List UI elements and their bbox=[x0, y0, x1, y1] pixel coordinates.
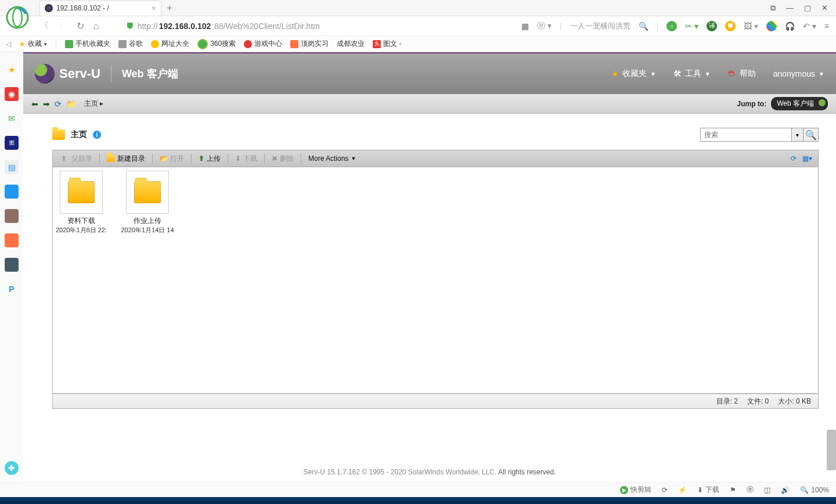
search-dropdown-icon[interactable]: ▾ bbox=[792, 128, 803, 142]
status-flag-icon[interactable]: ⚑ bbox=[730, 486, 736, 494]
bookmark-sites[interactable]: 网址大全 bbox=[151, 39, 189, 49]
maximize-button[interactable]: ▢ bbox=[804, 3, 811, 13]
sidebar-mail-icon[interactable]: ✉ bbox=[5, 111, 19, 125]
action-toolbar: ⬆父目录 新建目录 📂打开 ⬆上传 ⬇下载 ✖删除 More Actions▼ … bbox=[52, 150, 819, 167]
bookbar-toggle[interactable]: ◁ bbox=[6, 40, 11, 48]
action-newdir[interactable]: 新建目录 bbox=[105, 154, 147, 164]
new-tab-button[interactable]: + bbox=[161, 3, 178, 13]
header-divider bbox=[111, 65, 111, 82]
status-split-icon[interactable]: ◫ bbox=[764, 486, 770, 494]
sidebar-app2-icon[interactable] bbox=[5, 185, 19, 199]
menu-favorites[interactable]: ★收藏夹▼ bbox=[611, 69, 656, 79]
action-download[interactable]: ⬇下载 bbox=[233, 154, 260, 164]
content-area: 主页 i ▾ 🔍 ⬆父目录 新建目录 📂打开 ⬆上传 ⬇下载 ✖删除 More … bbox=[23, 114, 836, 409]
url-path: :88/Web%20Client/ListDir.htm bbox=[212, 21, 320, 31]
menu-icon[interactable]: ≡ bbox=[824, 21, 829, 31]
sidebar-doc-icon[interactable]: ▤ bbox=[5, 160, 19, 174]
ext-green-icon[interactable]: ○ bbox=[666, 21, 677, 31]
menu-tools[interactable]: 🛠工具▼ bbox=[673, 69, 711, 79]
tab-bar: 192.168.0.102 - / × + ⧉ — ▢ ✕ bbox=[0, 0, 836, 16]
search-input[interactable] bbox=[700, 128, 792, 142]
translate-icon[interactable]: 译 bbox=[707, 21, 717, 31]
sidebar-weibo-icon[interactable]: ◉ bbox=[5, 87, 19, 101]
picture-icon[interactable]: 🖼 ▾ bbox=[744, 21, 758, 31]
action-parent[interactable]: ⬆父目录 bbox=[59, 154, 95, 164]
info-icon[interactable]: i bbox=[93, 131, 101, 139]
menu-help[interactable]: ⛑帮助 bbox=[728, 69, 756, 79]
apps-grid-icon[interactable] bbox=[766, 21, 777, 31]
file-search: ▾ 🔍 bbox=[700, 128, 819, 142]
jump-to: Jump to: Web 客户端 bbox=[737, 97, 828, 110]
scissors-icon[interactable]: ✂ ▾ bbox=[685, 21, 698, 31]
back-button[interactable]: 〈 bbox=[39, 20, 49, 32]
sidebar-app5-icon[interactable] bbox=[5, 258, 19, 272]
view-mode-icon[interactable]: ▦▾ bbox=[802, 154, 812, 163]
svg-point-0 bbox=[7, 7, 28, 28]
url-field[interactable]: ⛊ http://192.168.0.102:88/Web%20Client/L… bbox=[126, 21, 320, 31]
refresh-list-icon[interactable]: ⟳ bbox=[791, 154, 797, 163]
search-hint[interactable]: 一人一宠横闯洪荒 bbox=[570, 21, 630, 31]
folder-item[interactable]: 资料下载 2020年1月8日 22: bbox=[54, 171, 109, 235]
nav-home-icon[interactable]: 📁 bbox=[66, 99, 76, 109]
status-net-icon[interactable]: ⚡ bbox=[678, 486, 687, 494]
home-button[interactable]: ⌂ bbox=[93, 21, 99, 31]
bookmark-360[interactable]: 360搜索 bbox=[197, 39, 236, 49]
status-zoom[interactable]: 🔍 100% bbox=[800, 486, 829, 494]
page-footer: Serv-U 15.1.7.162 © 1995 - 2020 SolarWin… bbox=[23, 468, 836, 476]
minimize-button[interactable]: — bbox=[786, 3, 794, 13]
status-refresh-icon[interactable]: ⟳ bbox=[662, 486, 668, 494]
file-grid: 资料下载 2020年1月8日 22: 作业上传 2020年1月14日 14 bbox=[52, 167, 819, 394]
bookmark-pics[interactable]: 头条图文 - bbox=[373, 39, 401, 49]
sidebar-app1-icon[interactable]: 图 bbox=[5, 136, 19, 150]
browser-core-icon[interactable]: ⓔ ▾ bbox=[537, 21, 552, 31]
action-more[interactable]: More Actions▼ bbox=[306, 154, 358, 163]
search-go-button[interactable]: 🔍 bbox=[803, 128, 819, 142]
bookmark-google[interactable]: 谷歌 bbox=[118, 39, 143, 49]
sidebar-star-icon[interactable]: ★ bbox=[5, 63, 19, 77]
active-tab[interactable]: 192.168.0.102 - / × bbox=[39, 1, 161, 16]
status-ie-icon[interactable]: ⓔ bbox=[747, 485, 754, 495]
menu-user[interactable]: anonymous▼ bbox=[773, 69, 824, 78]
scrollbar-thumb[interactable] bbox=[827, 430, 836, 470]
tab-close-icon[interactable]: × bbox=[152, 3, 156, 13]
nav-refresh-icon[interactable]: ⟳ bbox=[55, 99, 62, 109]
forward-button[interactable]: 〉 bbox=[58, 20, 67, 32]
headphones-icon[interactable]: 🎧 bbox=[785, 21, 795, 31]
favorites-button[interactable]: ★收藏▾ bbox=[19, 39, 47, 49]
url-scheme: http:// bbox=[138, 21, 158, 31]
windows-taskbar bbox=[0, 497, 836, 504]
search-icon[interactable]: 🔍 bbox=[639, 21, 648, 31]
extensions-icon[interactable]: ⧉ bbox=[770, 3, 776, 13]
jump-dot-icon bbox=[819, 99, 826, 106]
folder-large-icon bbox=[134, 181, 161, 203]
qr-icon[interactable]: ▦ bbox=[521, 21, 529, 31]
jump-select[interactable]: Web 客户端 bbox=[771, 97, 828, 110]
sidebar-p-icon[interactable]: P bbox=[5, 282, 19, 296]
bookmark-mobile[interactable]: 手机收藏夹 bbox=[65, 39, 110, 49]
close-window-button[interactable]: ✕ bbox=[821, 3, 828, 13]
sidebar-add-icon[interactable]: ✚ bbox=[5, 461, 19, 475]
status-clip[interactable]: ▶快剪辑 bbox=[620, 485, 651, 495]
sidebar-app3-icon[interactable] bbox=[5, 209, 19, 223]
status-download[interactable]: ⬇ 下载 bbox=[697, 485, 719, 495]
action-open[interactable]: 📂打开 bbox=[157, 154, 186, 164]
location-title: 主页 bbox=[71, 129, 87, 140]
browser-sidebar: ★ ◉ ✉ 图 ▤ P ✚ bbox=[0, 52, 23, 481]
nav-back-icon[interactable]: ⬅ bbox=[31, 99, 38, 109]
shield-ext-icon[interactable]: ⛊ bbox=[725, 21, 736, 31]
nav-forward-icon[interactable]: ➡ bbox=[43, 99, 50, 109]
url-host: 192.168.0.102 bbox=[159, 21, 211, 31]
sidebar-app4-icon[interactable] bbox=[5, 233, 19, 247]
folder-item[interactable]: 作业上传 2020年1月14日 14 bbox=[120, 171, 175, 235]
breadcrumb[interactable]: 主页 ▸ bbox=[84, 99, 103, 109]
action-upload[interactable]: ⬆上传 bbox=[196, 154, 223, 164]
status-sound-icon[interactable]: 🔊 bbox=[781, 486, 790, 494]
undo-icon[interactable]: ↶ ▾ bbox=[803, 21, 816, 31]
reload-button[interactable]: ↻ bbox=[77, 20, 84, 31]
browser-logo bbox=[0, 0, 35, 35]
bookmark-dinggang[interactable]: 顶岗实习 bbox=[290, 39, 329, 49]
bookmark-game[interactable]: 游戏中心 bbox=[244, 39, 282, 49]
folder-date: 2020年1月14日 14 bbox=[120, 226, 175, 235]
bookmark-chengdu[interactable]: 成都农业 bbox=[337, 39, 365, 49]
action-delete[interactable]: ✖删除 bbox=[269, 154, 296, 164]
